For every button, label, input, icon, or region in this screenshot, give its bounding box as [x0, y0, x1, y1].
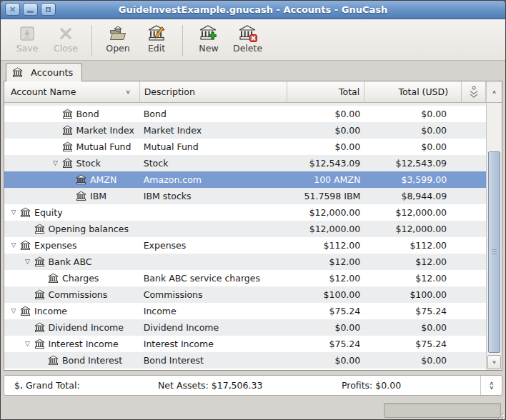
options-cell	[462, 171, 486, 188]
total-cell: $12.00	[287, 270, 364, 286]
account-bank-icon	[34, 322, 46, 334]
total-usd-cell: $75.24	[364, 336, 462, 352]
total-cell: $12.00	[287, 254, 364, 270]
table-row[interactable]: Dividend Income Dividend Income $0.00 $0…	[4, 319, 486, 336]
tab-accounts[interactable]: Accounts	[6, 63, 82, 81]
title-bar[interactable]: ✕ GuideInvestExample.gnucash - Accounts …	[1, 1, 505, 19]
status-bar	[1, 399, 505, 420]
expander-icon[interactable]: ▽	[21, 336, 34, 352]
total-usd-cell: $0.00	[364, 319, 462, 336]
total-cell: $12,543.09	[287, 155, 364, 171]
description-cell: Bond	[140, 106, 288, 122]
account-bank-icon	[20, 306, 31, 317]
column-header-total-usd[interactable]: Total (USD)	[364, 81, 462, 103]
open-folder-icon	[109, 24, 127, 43]
account-name: Commissions	[49, 286, 108, 303]
total-usd-cell: $8,944.09	[364, 188, 462, 204]
options-cell	[462, 319, 486, 336]
description-cell	[140, 254, 288, 270]
account-bank-icon	[34, 256, 46, 268]
summary-bar: $, Grand Total: Net Assets: $17,506.33 P…	[4, 375, 502, 396]
options-cell	[462, 352, 486, 369]
account-bank-icon	[62, 109, 74, 120]
account-name-cell: Opening balances	[4, 221, 140, 237]
summary-options-stepper[interactable]: ∧ ∨	[480, 376, 502, 395]
description-cell: IBM stocks	[140, 188, 288, 204]
save-button[interactable]: Save	[9, 22, 46, 58]
open-button-label: Open	[106, 44, 129, 54]
close-button[interactable]: Close	[47, 22, 84, 58]
table-row[interactable]: Charges Bank ABC service charges $12.00 …	[4, 270, 486, 286]
table-row[interactable]: Bond Bond $0.00 $0.00	[4, 106, 486, 122]
window-title: GuideInvestExample.gnucash - Accounts - …	[1, 4, 505, 15]
expander-icon[interactable]: ▽	[7, 237, 20, 254]
table-row[interactable]: ▽ Income Income $75.24 $75.24	[4, 303, 486, 319]
open-button[interactable]: Open	[99, 22, 137, 58]
account-name: Bank ABC	[49, 254, 92, 270]
table-row[interactable]: Commissions Commissions $100.00 $100.00	[4, 286, 486, 303]
description-cell	[140, 204, 288, 221]
options-cell	[462, 303, 486, 319]
delete-account-icon	[239, 24, 257, 43]
total-usd-cell: $12,543.09	[364, 155, 462, 171]
window-minimize-button[interactable]	[23, 3, 38, 16]
table-row[interactable]: Bond Interest Bond Interest $0.00 $0.00	[4, 352, 486, 369]
table-row[interactable]: ▽ Interest Income Interest Income $75.24…	[4, 336, 486, 352]
column-header-total[interactable]: Total	[287, 81, 364, 103]
scroll-down-button[interactable]: ∨	[487, 355, 501, 369]
expander-icon[interactable]: ▽	[7, 303, 20, 319]
table-row[interactable]: Opening balances $12,000.00 $12,000.00	[4, 221, 486, 237]
account-name-cell: Bond Interest	[4, 352, 140, 369]
edit-button[interactable]: Edit	[138, 22, 175, 58]
delete-account-button[interactable]: Delete	[229, 22, 267, 58]
column-header-description[interactable]: Description	[140, 81, 288, 103]
description-cell: Expenses	[140, 237, 288, 254]
gnucash-window: ✕ GuideInvestExample.gnucash - Accounts …	[0, 0, 506, 420]
description-header-label: Description	[144, 86, 195, 97]
new-account-button[interactable]: New	[190, 22, 227, 58]
table-row[interactable]: Mutual Fund Mutual Fund $0.00 $0.00	[4, 139, 486, 155]
total-cell: $12,000.00	[287, 221, 364, 237]
table-row[interactable]: IBM IBM stocks 51.7598 IBM $8,944.09	[4, 188, 486, 204]
account-name-cell: Commissions	[4, 286, 140, 303]
column-header-account-name[interactable]: Account Name ∨	[4, 81, 140, 103]
table-header: Account Name ∨ Description Total Total (…	[4, 81, 502, 103]
scrollbar-handle[interactable]	[488, 151, 500, 353]
options-cell	[462, 122, 486, 139]
edit-button-label: Edit	[148, 44, 165, 54]
vertical-scrollbar[interactable]: ∨	[486, 103, 502, 370]
arrow-up-icon: ∧	[492, 89, 497, 95]
account-name: Market Index	[76, 122, 134, 139]
summary-zone: $, Grand Total: Net Assets: $17,506.33 P…	[1, 371, 505, 396]
table-row[interactable]: ▽ Bank ABC $12.00 $12.00	[4, 254, 486, 270]
expander-icon[interactable]: ▽	[49, 155, 62, 171]
options-cell	[462, 336, 486, 352]
window-close-button[interactable]: ✕	[5, 3, 20, 16]
total-usd-cell: $0.00	[364, 139, 462, 155]
expander-icon[interactable]: ▽	[21, 254, 34, 270]
total-usd-header-label: Total (USD)	[398, 86, 448, 97]
progress-bar	[384, 403, 501, 418]
table-row[interactable]: ▽ Expenses Expenses $112.00 $112.00	[4, 237, 486, 254]
expander-icon[interactable]: ▽	[7, 204, 20, 221]
account-bank-icon	[62, 125, 74, 136]
table-row[interactable]: Market Index Market Index $0.00 $0.00	[4, 122, 486, 139]
total-cell: $0.00	[287, 106, 364, 122]
description-cell: Commissions	[140, 286, 288, 303]
table-row[interactable]: AMZN Amazon.com 100 AMZN $3,599.00	[4, 171, 486, 188]
scroll-up-button[interactable]: ∧	[486, 81, 502, 103]
account-name: Equity	[34, 204, 63, 221]
account-bank-icon	[48, 273, 59, 284]
table-row[interactable]: ▽ Stock Stock $12,543.09 $12,543.09	[4, 155, 486, 171]
total-usd-cell: $3,599.00	[364, 171, 462, 188]
description-cell: Mutual Fund	[140, 139, 288, 155]
table-row[interactable]: ▽ Equity $12,000.00 $12,000.00	[4, 204, 486, 221]
column-options-button[interactable]	[462, 81, 486, 103]
resize-grip[interactable]	[495, 414, 503, 420]
window-maximize-button[interactable]	[41, 3, 56, 16]
account-name: Expenses	[34, 237, 77, 254]
total-usd-cell: $75.24	[364, 303, 462, 319]
account-name: Bond Interest	[62, 352, 122, 369]
new-button-label: New	[199, 44, 218, 54]
options-cell	[462, 237, 486, 254]
